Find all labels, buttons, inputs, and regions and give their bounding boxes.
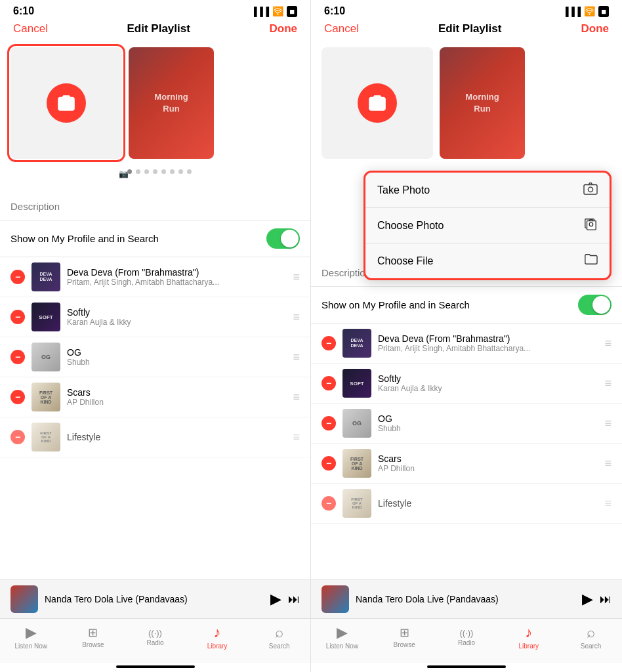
drag-handle-og-right[interactable]: ≡	[604, 417, 612, 430]
show-profile-toggle-left[interactable]	[266, 228, 300, 249]
signal-icon-right: ▐▐▐	[563, 7, 581, 16]
edit-playlist-title-right: Edit Playlist	[438, 22, 501, 35]
tab-bar-right: ▶ Listen Now ⊞ Browse ((·)) Radio ♪ Libr…	[311, 618, 622, 663]
tab-listen-now-left[interactable]: ▶ Listen Now	[11, 624, 51, 650]
home-indicator-left	[116, 665, 195, 668]
tab-radio-right[interactable]: ((·)) Radio	[447, 628, 486, 646]
remove-og-left[interactable]: −	[10, 350, 25, 364]
listen-now-icon-left: ▶	[26, 624, 37, 641]
done-button-right[interactable]: Done	[581, 22, 609, 35]
show-profile-toggle-row-left: Show on My Profile and in Search	[0, 220, 310, 257]
playlist-image-right[interactable]	[321, 47, 433, 159]
dot-1-left	[127, 169, 132, 174]
drag-handle-softly-left[interactable]: ≡	[293, 310, 300, 324]
skip-button-left[interactable]: ⏭	[288, 593, 300, 606]
browse-icon-left: ⊞	[88, 625, 98, 640]
status-icons-left: ▐▐▐ 🛜 ■	[251, 6, 298, 17]
tab-browse-right[interactable]: ⊞ Browse	[384, 625, 424, 648]
song-info-softly-left: Softly Karan Aujla & Ikky	[67, 307, 286, 327]
status-icons-right: ▐▐▐ 🛜 ■	[563, 6, 610, 17]
minus-icon-softly-left: −	[15, 312, 20, 322]
remove-scars-left[interactable]: −	[10, 390, 25, 404]
song-info-brahmastra-right: Deva Deva (From "Brahmastra") Pritam, Ar…	[378, 333, 598, 353]
skip-button-right[interactable]: ⏭	[600, 593, 612, 606]
thumb-og-right: OG	[342, 409, 371, 438]
playlist-name-left[interactable]: Morning Run	[10, 182, 300, 197]
take-photo-icon	[583, 182, 598, 198]
edit-playlist-title-left: Edit Playlist	[127, 22, 190, 35]
search-label-right: Search	[581, 642, 602, 650]
panel-right: 6:10 ▐▐▐ 🛜 ■ Cancel Edit Playlist Done M…	[311, 0, 622, 672]
dot-3-left	[144, 169, 149, 174]
remove-lifestyle-left[interactable]: −	[10, 430, 25, 444]
context-choose-photo[interactable]: Choose Photo	[365, 208, 610, 243]
home-indicator-right	[427, 665, 506, 668]
browse-icon-right: ⊞	[400, 625, 409, 640]
remove-brahmastra-left[interactable]: −	[10, 270, 25, 284]
image-section-right: MorningRun	[311, 41, 622, 165]
drag-handle-brahmastra-left[interactable]: ≡	[293, 270, 300, 284]
remove-lifestyle-right[interactable]: −	[321, 496, 336, 511]
drag-handle-lifestyle-left[interactable]: ≡	[293, 430, 300, 444]
minus-icon-og-left: −	[15, 352, 20, 362]
song-item-brahmastra-left: − DEVADEVA Deva Deva (From "Brahmastra")…	[0, 257, 310, 297]
thumb-lifestyle-left: FIRSTOF AKIND	[31, 423, 60, 452]
library-label-right: Library	[518, 642, 539, 650]
drag-handle-og-left[interactable]: ≡	[293, 350, 300, 364]
drag-handle-brahmastra-right[interactable]: ≡	[604, 337, 612, 350]
drag-handle-lifestyle-right[interactable]: ≡	[604, 497, 612, 511]
status-bar-right: 6:10 ▐▐▐ 🛜 ■	[311, 0, 622, 20]
remove-scars-right[interactable]: −	[321, 456, 336, 471]
context-choose-file[interactable]: Choose File	[365, 243, 610, 278]
song-info-brahmastra-left: Deva Deva (From "Brahmastra") Pritam, Ar…	[67, 267, 286, 287]
minus-icon-og-right: −	[326, 419, 331, 428]
tab-browse-left[interactable]: ⊞ Browse	[73, 625, 113, 648]
tab-search-right[interactable]: ⌕ Search	[571, 624, 611, 650]
side-playlist-image-left: MorningRun	[129, 47, 214, 159]
cancel-button-right[interactable]: Cancel	[324, 22, 359, 35]
tab-listen-now-right[interactable]: ▶ Listen Now	[322, 624, 362, 650]
context-take-photo[interactable]: Take Photo	[365, 173, 610, 208]
remove-softly-left[interactable]: −	[10, 310, 25, 324]
drag-handle-scars-left[interactable]: ≡	[293, 390, 300, 404]
drag-handle-softly-right[interactable]: ≡	[604, 377, 612, 390]
show-profile-label-left: Show on My Profile and in Search	[10, 233, 159, 244]
now-playing-right: Nanda Tero Dola Live (Pandavaas) ▶ ⏭	[311, 579, 622, 618]
remove-softly-right[interactable]: −	[321, 376, 336, 390]
svg-rect-0	[584, 185, 597, 195]
camera-icon-left	[57, 95, 75, 111]
remove-og-right[interactable]: −	[321, 416, 336, 430]
remove-brahmastra-right[interactable]: −	[321, 336, 336, 350]
image-dots-left: 📷	[0, 165, 310, 178]
image-section-left: MorningRun	[0, 41, 310, 165]
radio-icon-left: ((·))	[148, 628, 162, 638]
thumb-softly-left: SOFT	[31, 303, 60, 331]
done-button-left[interactable]: Done	[269, 22, 297, 35]
song-artist-og-right: Shubh	[378, 424, 598, 433]
tab-search-left[interactable]: ⌕ Search	[260, 624, 299, 650]
cancel-button-left[interactable]: Cancel	[13, 22, 48, 35]
description-field-left[interactable]	[10, 201, 300, 212]
song-item-softly-right: − SOFT Softly Karan Aujla & Ikky ≡	[311, 364, 622, 404]
song-item-brahmastra-right: − DEVADEVA Deva Deva (From "Brahmastra")…	[311, 324, 622, 364]
dot-5-left	[161, 169, 166, 174]
choose-photo-label: Choose Photo	[377, 220, 444, 232]
thumb-scars-left: FIRSTOF AKIND	[31, 383, 60, 411]
minus-icon-scars-right: −	[326, 459, 331, 468]
drag-handle-scars-right[interactable]: ≡	[604, 457, 612, 471]
song-item-softly-left: − SOFT Softly Karan Aujla & Ikky ≡	[0, 297, 310, 337]
search-icon-left: ⌕	[275, 624, 283, 641]
playlist-image-left[interactable]	[10, 47, 122, 159]
library-icon-left: ♪	[214, 624, 221, 641]
tab-radio-left[interactable]: ((·)) Radio	[135, 628, 175, 646]
play-button-left[interactable]: ▶	[270, 591, 281, 608]
song-artist-scars-left: AP Dhillon	[67, 398, 286, 407]
tab-library-left[interactable]: ♪ Library	[197, 624, 237, 650]
thumb-lifestyle-right: FIRSTOF AKIND	[342, 489, 371, 518]
song-item-scars-left: − FIRSTOF AKIND Scars AP Dhillon ≡	[0, 377, 310, 417]
radio-icon-right: ((·))	[460, 628, 474, 638]
tab-library-right[interactable]: ♪ Library	[509, 624, 549, 650]
show-profile-toggle-right[interactable]	[578, 295, 612, 315]
dot-7-left	[178, 169, 183, 174]
play-button-right[interactable]: ▶	[582, 591, 593, 608]
